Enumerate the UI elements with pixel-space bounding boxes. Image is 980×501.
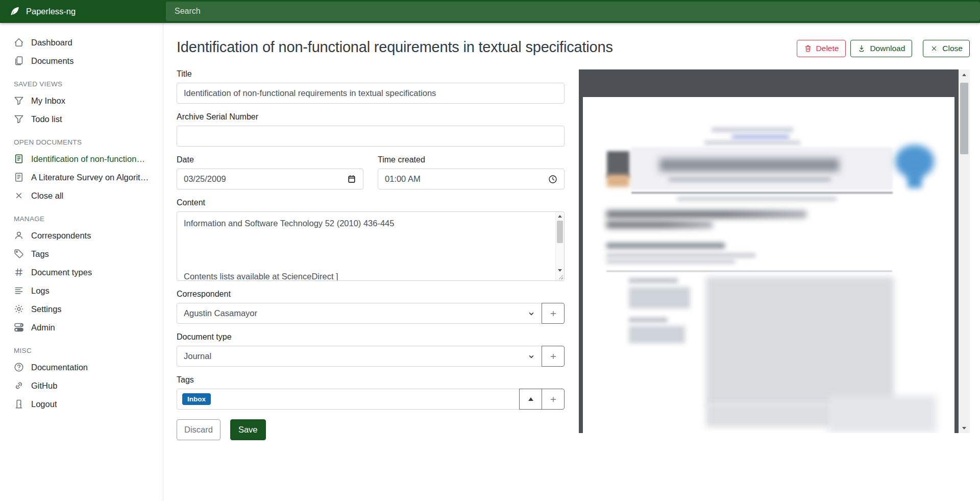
- chevron-down-icon: [528, 353, 535, 360]
- tags-label: Tags: [177, 375, 565, 385]
- document-type-select[interactable]: Journal: [177, 346, 542, 367]
- discard-button[interactable]: Discard: [177, 419, 220, 440]
- sidebar-item-dashboard[interactable]: Dashboard: [0, 33, 163, 52]
- document-type-group: Document type Journal: [177, 332, 565, 367]
- blurred-homepage-line: [677, 197, 837, 201]
- person-icon: [14, 230, 24, 241]
- gear-icon: [14, 304, 24, 314]
- sidebar-item-logs[interactable]: Logs: [0, 281, 163, 300]
- asn-label: Archive Serial Number: [177, 112, 565, 122]
- sidebar: Dashboard Documents SAVED VIEWS My Inbox…: [0, 23, 163, 501]
- plus-icon: [549, 395, 557, 403]
- blurred-journal-subtitle: [669, 178, 831, 181]
- paperless-app: Paperless-ng Dashboard Documents SAVED V…: [0, 0, 980, 501]
- sidebar-item-settings[interactable]: Settings: [0, 300, 163, 318]
- blurred-keywords-heading: [629, 318, 668, 322]
- sidebar-item-tags[interactable]: Tags: [0, 245, 163, 263]
- correspondent-group: Correspondent Agustin Casamayor: [177, 290, 565, 324]
- sidebar-item-todo-list[interactable]: Todo list: [0, 110, 163, 128]
- tags-dropdown-button[interactable]: [519, 389, 542, 410]
- scroll-down-icon[interactable]: [959, 424, 970, 432]
- trash-icon: [804, 44, 812, 53]
- plus-icon: [549, 352, 557, 361]
- sidebar-item-github[interactable]: GitHub: [0, 376, 163, 395]
- saved-views-heading: SAVED VIEWS: [0, 70, 163, 91]
- tag-icon: [14, 249, 24, 259]
- asn-input[interactable]: [177, 126, 565, 147]
- pdf-scrollbar[interactable]: [959, 69, 970, 433]
- sidebar-item-my-inbox[interactable]: My Inbox: [0, 91, 163, 110]
- text-lines-icon: [14, 285, 24, 296]
- tag-badge-inbox[interactable]: Inbox: [182, 393, 211, 405]
- close-button[interactable]: Close: [923, 40, 970, 57]
- save-button[interactable]: Save: [230, 419, 266, 440]
- blurred-paper-title-line-2: [606, 221, 713, 228]
- document-type-label: Document type: [177, 332, 565, 342]
- download-button[interactable]: Download: [850, 40, 912, 57]
- scroll-down-icon[interactable]: [556, 267, 564, 273]
- funnel-icon: [14, 114, 24, 124]
- plus-icon: [549, 309, 557, 318]
- scroll-up-icon[interactable]: [959, 71, 970, 78]
- content-scrollbar[interactable]: [555, 212, 564, 280]
- blurred-authors-line: [606, 243, 725, 249]
- brand-logo[interactable]: Paperless-ng: [0, 0, 163, 23]
- title-input[interactable]: [177, 83, 565, 104]
- sidebar-open-doc-2[interactable]: A Literature Survey on Algorithms for Mu…: [0, 168, 163, 186]
- blurred-publisher-logo: [607, 151, 629, 178]
- toggles-icon: [14, 322, 24, 332]
- tags-input[interactable]: Inbox: [177, 389, 520, 410]
- sidebar-item-correspondents[interactable]: Correspondents: [0, 226, 163, 245]
- blurred-header-line: [704, 141, 800, 145]
- file-text-icon: [14, 154, 24, 164]
- date-label: Date: [177, 155, 363, 164]
- clock-icon[interactable]: [548, 175, 557, 184]
- add-document-type-button[interactable]: [542, 346, 565, 367]
- document-header: Identification of non-functional require…: [177, 36, 970, 58]
- sidebar-item-logout[interactable]: Logout: [0, 395, 163, 413]
- time-field-wrap: Time created 01:00 AM: [378, 155, 565, 189]
- calendar-icon[interactable]: [347, 175, 356, 184]
- question-circle-icon: [14, 362, 24, 372]
- top-navbar: Paperless-ng: [0, 0, 980, 23]
- date-input[interactable]: 03/25/2009: [177, 169, 363, 189]
- content-scrollbar-thumb[interactable]: [557, 221, 563, 243]
- sidebar-item-admin[interactable]: Admin: [0, 318, 163, 337]
- link-icon: [14, 380, 24, 391]
- document-body: Title Archive Serial Number Date 03/25/2…: [177, 69, 970, 440]
- title-group: Title: [177, 69, 565, 104]
- time-created-label: Time created: [378, 155, 565, 164]
- scroll-up-icon[interactable]: [556, 213, 564, 219]
- sidebar-item-documents[interactable]: Documents: [0, 52, 163, 70]
- add-correspondent-button[interactable]: [542, 303, 565, 324]
- tags-group: Tags Inbox: [177, 375, 565, 410]
- file-text-icon: [14, 172, 24, 182]
- blurred-abstract-block: [829, 396, 936, 433]
- correspondent-select[interactable]: Agustin Casamayor: [177, 303, 542, 324]
- main-content: Identification of non-functional require…: [163, 23, 980, 501]
- pdf-page: [583, 97, 954, 433]
- form-buttons: Discard Save: [177, 419, 565, 440]
- blurred-divider: [606, 271, 892, 272]
- hash-icon: [14, 267, 24, 277]
- sidebar-item-documentation[interactable]: Documentation: [0, 358, 163, 376]
- sidebar-close-all[interactable]: Close all: [0, 186, 163, 205]
- blurred-article-info-heading: [629, 278, 678, 283]
- files-icon: [14, 56, 24, 66]
- document-actions: Delete Download Close: [787, 40, 970, 57]
- blurred-article-info-lines: [629, 287, 690, 308]
- delete-button[interactable]: Delete: [797, 40, 846, 57]
- add-tag-button[interactable]: [542, 389, 565, 410]
- search-input[interactable]: [166, 2, 980, 21]
- content-textarea[interactable]: Information and Software Technology 52 (…: [177, 211, 565, 281]
- content-group: Content Information and Software Technol…: [177, 198, 565, 281]
- title-label: Title: [177, 69, 565, 79]
- navbar-search: [163, 0, 980, 23]
- resize-grip-icon[interactable]: [558, 274, 563, 279]
- sidebar-item-document-types[interactable]: Document types: [0, 263, 163, 281]
- funnel-icon: [14, 96, 24, 106]
- pdf-scrollbar-thumb[interactable]: [960, 83, 968, 154]
- sidebar-open-doc-1[interactable]: Identification of non-functional require…: [0, 150, 163, 168]
- blurred-divider: [631, 192, 893, 194]
- time-created-input[interactable]: 01:00 AM: [378, 169, 565, 189]
